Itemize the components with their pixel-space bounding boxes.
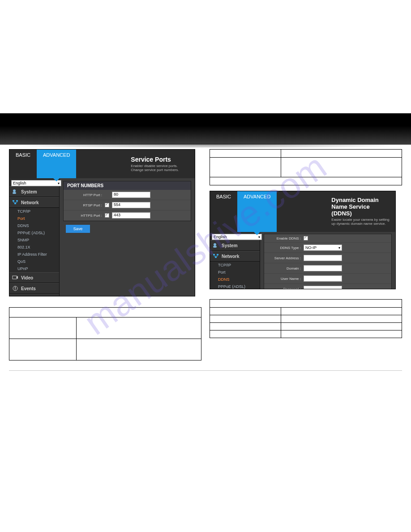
sidebar-item-pppoe[interactable]: PPPoE (ADSL)	[9, 229, 59, 236]
enable-ddns-label: Enable DDNS :	[267, 236, 301, 240]
enable-ddns-checkbox[interactable]	[304, 236, 308, 240]
ddns-type-label: DDNS Type :	[267, 246, 301, 250]
save-button[interactable]: Save	[66, 225, 90, 233]
sidebar-item-pppoe[interactable]: PPPoE (ADSL)	[210, 283, 260, 289]
http-port-row: HTTP Port : 80	[64, 190, 191, 200]
tab-advanced[interactable]: ADVANCED	[37, 150, 76, 178]
svg-rect-5	[13, 276, 17, 279]
rtsp-checkbox[interactable]	[105, 203, 109, 207]
rtsp-label: RTSP Port :	[66, 203, 102, 207]
server-address-input[interactable]	[304, 255, 342, 261]
sidebar-item-8021x[interactable]: 802.1X	[9, 244, 59, 251]
http-port-input[interactable]: 80	[112, 192, 150, 198]
right-table-bottom	[210, 299, 402, 338]
tabs: BASIC ADVANCED Service Ports Enable/ dis…	[9, 150, 195, 178]
svg-rect-1	[13, 192, 16, 194]
sidebar-item-port[interactable]: Port	[9, 215, 59, 222]
svg-rect-14	[217, 254, 218, 255]
tab-advanced[interactable]: ADVANCED	[237, 191, 277, 232]
rtsp-port-row: RTSP Port : 554	[64, 200, 191, 210]
sidebar-item-ddns[interactable]: DDNS	[210, 276, 260, 283]
sidebar-item-snmp[interactable]: SNMP	[9, 236, 59, 244]
username-input[interactable]	[304, 275, 342, 282]
sidebar-item-system[interactable]: System	[210, 240, 260, 251]
sidebar-item-system[interactable]: System	[9, 186, 59, 197]
header-band	[0, 113, 411, 145]
bottom-divider	[9, 370, 402, 371]
https-port-row: HTTPS Port : 443	[64, 210, 191, 221]
svg-rect-4	[14, 203, 16, 204]
sidebar-item-ddns[interactable]: DDNS	[9, 222, 59, 229]
svg-rect-13	[213, 254, 215, 255]
tab-basic[interactable]: BASIC	[210, 191, 237, 232]
page-title: Service Ports	[131, 156, 190, 163]
svg-rect-3	[16, 200, 18, 202]
screenshot-ddns: BASIC ADVANCED Dynamic Domain Name Servi…	[210, 191, 396, 289]
page-desc: Enable/ disable service ports. Change se…	[131, 164, 190, 172]
sidebar-item-tcpip[interactable]: TCP/IP	[9, 208, 59, 215]
page-title: Dynamic Domain Name Service (DDNS)	[331, 197, 391, 217]
tab-basic[interactable]: BASIC	[9, 150, 37, 178]
sidebar-item-network[interactable]: Network	[210, 251, 260, 262]
sidebar-item-ipfilter[interactable]: IP Address Filter	[9, 251, 59, 258]
svg-point-11	[214, 243, 216, 246]
sidebar-item-upnp[interactable]: UPnP	[9, 265, 59, 272]
sidebar-item-video[interactable]: Video	[9, 272, 59, 283]
https-port-input[interactable]: 443	[112, 212, 150, 219]
domain-label: Domain :	[267, 266, 301, 270]
svg-point-0	[13, 189, 16, 192]
sidebar-item-qos[interactable]: QoS	[9, 258, 59, 265]
password-input[interactable]	[304, 286, 342, 289]
server-address-label: Server Address :	[267, 256, 301, 260]
panel-header: PORT NUMBERS	[64, 181, 191, 190]
sidenav: English System Network TCP/IP Port DDNS …	[9, 178, 60, 296]
username-label: User Name :	[267, 277, 301, 281]
sidebar-item-port[interactable]: Port	[210, 269, 260, 276]
rtsp-port-input[interactable]: 554	[112, 202, 150, 208]
password-label: Password :	[267, 287, 301, 290]
https-checkbox[interactable]	[105, 213, 109, 218]
left-table	[9, 307, 201, 360]
sidebar-item-events[interactable]: Events	[9, 283, 59, 294]
port-panel: PORT NUMBERS HTTP Port : 80 RTSP Port : …	[63, 181, 191, 221]
sidebar-item-network[interactable]: Network	[9, 197, 59, 208]
ddns-type-select[interactable]: NO-IP	[304, 245, 342, 251]
http-label: HTTP Port :	[66, 193, 102, 197]
ddns-panel: Enable DDNS : DDNS Type :NO-IP Server Ad…	[264, 234, 392, 289]
sidebar-item-tcpip[interactable]: TCP/IP	[210, 262, 260, 269]
page-desc: Easier locate your camera by setting up …	[331, 218, 391, 226]
sidenav: English System Network TCP/IP Port DDNS …	[210, 232, 260, 289]
sidebar-item-storage[interactable]: Storage	[9, 294, 59, 296]
right-table-top	[210, 149, 402, 185]
svg-rect-12	[213, 246, 217, 248]
svg-rect-7	[15, 287, 15, 289]
svg-rect-8	[15, 289, 15, 290]
https-label: HTTPS Port :	[66, 214, 102, 218]
tabs: BASIC ADVANCED Dynamic Domain Name Servi…	[210, 191, 395, 232]
domain-input[interactable]	[304, 265, 342, 271]
svg-rect-15	[215, 257, 217, 258]
screenshot-service-ports: BASIC ADVANCED Service Ports Enable/ dis…	[9, 149, 195, 296]
svg-rect-2	[13, 200, 14, 202]
